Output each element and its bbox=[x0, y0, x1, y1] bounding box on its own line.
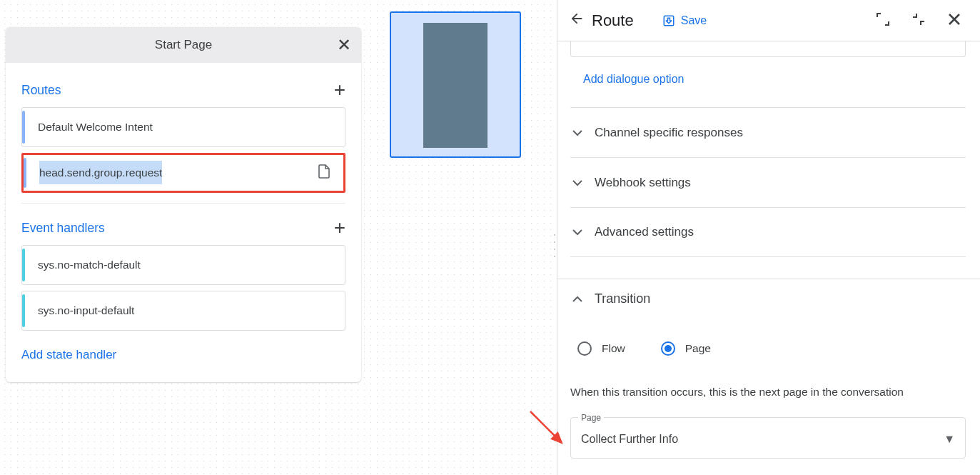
advanced-settings-accordion[interactable]: Advanced settings bbox=[570, 207, 966, 257]
select-label: Page bbox=[578, 413, 604, 423]
webhook-settings-accordion[interactable]: Webhook settings bbox=[570, 157, 966, 207]
route-indicator bbox=[24, 158, 26, 188]
expand-icon[interactable] bbox=[869, 11, 897, 30]
collapse-icon[interactable] bbox=[904, 11, 933, 30]
accordion-label: Advanced settings bbox=[595, 225, 694, 239]
radio-unchecked-icon bbox=[577, 341, 592, 356]
event-handlers-list: sys.no-match-default sys.no-input-defaul… bbox=[6, 245, 361, 331]
route-indicator bbox=[22, 111, 25, 144]
chevron-down-icon bbox=[570, 225, 585, 239]
accordion-label: Channel specific responses bbox=[595, 126, 743, 140]
route-panel-body: Add dialogue option Channel specific res… bbox=[557, 41, 980, 475]
collapsed-box bbox=[570, 41, 966, 57]
channel-responses-accordion[interactable]: Channel specific responses bbox=[570, 107, 966, 157]
page-radio[interactable]: Page bbox=[661, 341, 711, 356]
close-icon[interactable] bbox=[940, 11, 969, 30]
routes-label: Routes bbox=[21, 83, 61, 98]
event-handlers-header: Event handlers + bbox=[6, 206, 361, 245]
start-page-title: Start Page bbox=[155, 38, 212, 52]
route-panel: Route Save Add dialogue option Channel s… bbox=[557, 0, 980, 475]
radio-label: Page bbox=[685, 342, 711, 355]
flow-node[interactable] bbox=[390, 11, 521, 158]
save-icon bbox=[662, 14, 675, 27]
routes-section-header: Routes + bbox=[6, 69, 361, 107]
radio-label: Flow bbox=[602, 342, 625, 355]
route-panel-title: Route bbox=[592, 11, 634, 30]
transition-type-radios: Flow Page bbox=[577, 341, 711, 356]
chevron-up-icon bbox=[570, 293, 585, 306]
chevron-down-icon bbox=[570, 126, 585, 140]
route-item-selected[interactable]: head.send.group.request bbox=[21, 153, 345, 193]
save-button[interactable]: Save bbox=[662, 14, 707, 27]
add-event-handler-icon[interactable]: + bbox=[334, 218, 345, 238]
start-page-panel: Start Page ✕ Routes + Default Welcome In… bbox=[6, 27, 361, 382]
event-handler-item[interactable]: sys.no-match-default bbox=[21, 245, 345, 285]
close-icon[interactable]: ✕ bbox=[337, 35, 351, 55]
event-handler-label: sys.no-match-default bbox=[38, 259, 141, 271]
divider bbox=[21, 203, 345, 204]
transition-description: When this transition occurs, this is the… bbox=[570, 386, 904, 399]
event-handler-label: sys.no-input-default bbox=[38, 304, 134, 317]
event-handler-item[interactable]: sys.no-input-default bbox=[21, 291, 345, 331]
event-handlers-label: Event handlers bbox=[21, 221, 105, 236]
route-panel-header: Route Save bbox=[557, 0, 980, 41]
select-value: Collect Further Info bbox=[581, 433, 944, 446]
divider bbox=[557, 279, 980, 279]
caret-down-icon: ▼ bbox=[944, 433, 955, 446]
file-icon bbox=[318, 164, 330, 181]
route-label: Default Welcome Intent bbox=[38, 121, 153, 134]
chevron-down-icon bbox=[570, 176, 585, 190]
flow-radio[interactable]: Flow bbox=[577, 341, 625, 356]
accordion-label: Webhook settings bbox=[595, 176, 691, 190]
node-body bbox=[423, 23, 488, 148]
add-dialogue-option-link[interactable]: Add dialogue option bbox=[583, 73, 684, 86]
node-base bbox=[438, 137, 473, 146]
transition-title: Transition bbox=[595, 291, 650, 306]
page-select[interactable]: Page Collect Further Info ▼ bbox=[570, 417, 966, 459]
start-page-header: Start Page ✕ bbox=[6, 27, 361, 63]
routes-list: Default Welcome Intent head.send.group.r… bbox=[6, 107, 361, 193]
event-indicator bbox=[22, 249, 25, 281]
route-label: head.send.group.request bbox=[39, 166, 318, 179]
back-arrow-icon[interactable] bbox=[569, 11, 585, 31]
radio-checked-icon bbox=[661, 341, 675, 356]
route-item[interactable]: Default Welcome Intent bbox=[21, 107, 345, 147]
add-route-icon[interactable]: + bbox=[334, 80, 345, 100]
event-indicator bbox=[22, 294, 25, 327]
transition-accordion[interactable]: Transition bbox=[570, 291, 966, 306]
save-label: Save bbox=[681, 14, 707, 27]
add-state-handler-link[interactable]: Add state handler bbox=[6, 331, 361, 368]
